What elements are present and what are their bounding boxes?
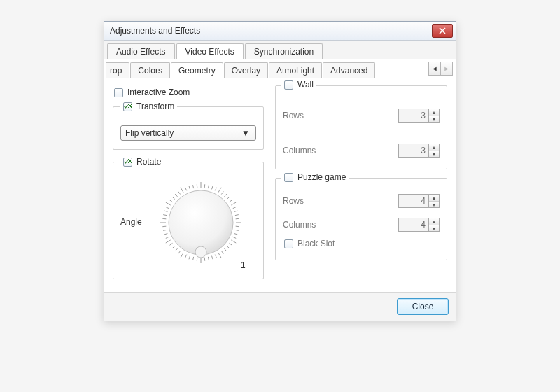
interactive-zoom-label: Interactive Zoom [127,88,190,97]
wall-cols-up[interactable]: ▲ [429,144,439,150]
svg-line-59 [197,184,197,188]
svg-line-56 [185,188,186,191]
svg-line-7 [224,194,226,197]
puzzle-cols-label: Columns [283,220,316,230]
window-close-button[interactable] [432,24,453,38]
subtab-atmolight[interactable]: AtmoLight [269,62,322,78]
svg-line-39 [169,243,172,245]
puzzle-rows-up[interactable]: ▲ [429,195,439,201]
svg-line-25 [218,253,221,258]
wall-rows-down[interactable]: ▼ [429,115,439,122]
svg-line-17 [235,230,239,230]
svg-line-9 [229,200,232,202]
puzzle-cols-down[interactable]: ▼ [429,225,439,231]
transform-dropdown[interactable]: Flip vertically ▼ [120,125,256,141]
svg-line-41 [166,237,169,238]
svg-line-10 [231,202,236,205]
svg-line-2 [208,185,209,188]
svg-point-60 [169,190,233,255]
puzzle-rows-input[interactable] [398,194,429,208]
tab-audio-effects[interactable]: Audio Effects [107,43,175,59]
svg-line-47 [163,215,167,216]
tab-synchronization[interactable]: Synchronization [245,43,323,59]
close-button[interactable]: Close [397,298,449,315]
svg-line-38 [172,246,175,248]
svg-line-4 [215,188,216,191]
puzzle-cols-input[interactable] [398,218,429,232]
svg-line-11 [232,207,236,209]
subtab-advanced[interactable]: Advanced [323,62,375,78]
svg-line-22 [227,246,230,248]
chevron-right-icon: ► [444,65,450,72]
wall-group: Wall Rows ▲ ▼ [275,85,447,169]
puzzle-group: Puzzle game Rows ▲ ▼ [275,178,447,260]
wall-rows-input[interactable] [398,108,429,122]
chevron-down-icon: ▼ [240,128,251,138]
rotate-group: Rotate Angle [113,157,264,279]
svg-line-5 [218,188,221,192]
wall-cols-down[interactable]: ▼ [429,150,439,157]
puzzle-checkbox[interactable] [284,173,293,182]
window-title: Adjustments and Effects [110,26,432,36]
puzzle-cols-up[interactable]: ▲ [429,218,439,225]
svg-line-35 [181,253,183,258]
subtab-crop[interactable]: rop [106,62,130,78]
sub-tab-row: rop Colors Geometry Overlay AtmoLight Ad… [104,59,456,78]
black-slot-label: Black Slot [298,239,335,248]
transform-label: Transform [136,102,174,111]
top-tab-row: Audio Effects Video Effects Synchronizat… [104,41,456,59]
subtab-geometry[interactable]: Geometry [171,62,223,78]
svg-line-14 [235,218,239,219]
rotate-dial[interactable] [152,174,250,272]
svg-point-61 [195,246,206,258]
wall-cols-input[interactable] [398,144,429,158]
svg-line-58 [192,185,193,188]
titlebar[interactable]: Adjustments and Effects [104,22,456,41]
svg-line-42 [164,234,167,235]
svg-line-43 [163,230,167,230]
svg-line-36 [178,251,180,254]
svg-line-8 [227,197,230,199]
svg-line-51 [169,200,172,202]
svg-line-46 [162,218,166,219]
transform-checkbox[interactable] [123,102,132,111]
svg-line-48 [164,211,167,212]
svg-line-21 [229,243,232,245]
svg-line-1 [204,184,205,188]
svg-line-20 [231,240,236,243]
svg-line-31 [197,258,197,261]
svg-line-40 [166,240,171,243]
tab-video-effects[interactable]: Video Effects [176,43,244,59]
svg-line-37 [175,248,177,251]
dialog-footer: Close [104,292,456,321]
adjustments-window: Adjustments and Effects Audio Effects Vi… [104,21,456,321]
wall-rows-up[interactable]: ▲ [429,109,439,115]
wall-checkbox[interactable] [284,80,293,90]
svg-line-32 [192,257,193,260]
puzzle-rows-down[interactable]: ▼ [429,201,439,207]
svg-line-44 [162,226,166,227]
subtab-colors[interactable]: Colors [130,62,170,78]
black-slot-checkbox[interactable] [284,239,293,248]
geometry-panel: Interactive Zoom Transform Flip vertical… [104,78,456,292]
svg-line-34 [185,255,186,258]
puzzle-rows-label: Rows [283,196,304,206]
svg-line-54 [178,192,180,195]
wall-rows-label: Rows [283,111,304,120]
wall-cols-label: Columns [283,146,316,155]
svg-line-23 [224,248,226,251]
svg-line-19 [232,237,236,238]
svg-line-13 [235,215,239,216]
rotate-checkbox[interactable] [123,158,132,167]
wall-label: Wall [298,80,314,90]
svg-line-49 [166,207,169,209]
subtab-scroll-left[interactable]: ◄ [428,62,441,76]
rotate-label: Rotate [136,157,161,167]
subtab-scroll-right[interactable]: ► [441,62,453,76]
close-icon [439,27,446,34]
svg-line-24 [221,251,223,254]
angle-value: 1 [241,260,246,270]
subtab-overlay[interactable]: Overlay [224,62,268,78]
svg-line-57 [189,186,190,190]
interactive-zoom-checkbox[interactable] [114,88,123,97]
